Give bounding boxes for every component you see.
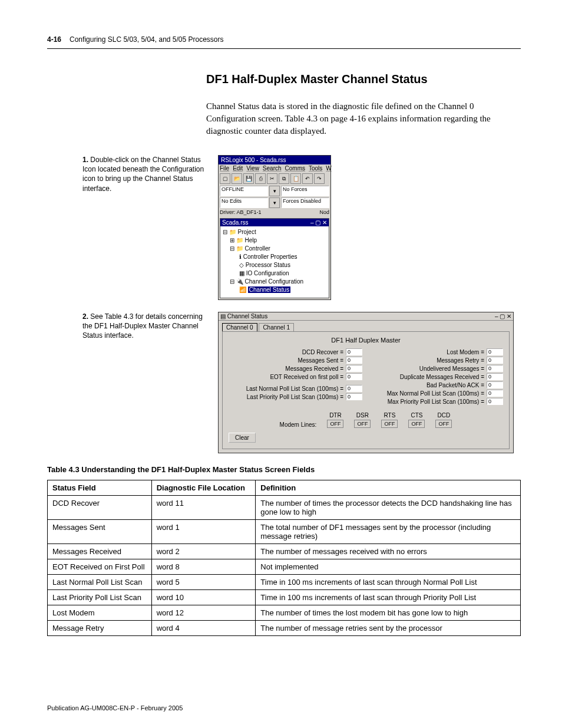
app-screenshot: RSLogix 500 - Scada.rss File Edit View S… — [218, 155, 331, 300]
table-cell: word 8 — [151, 559, 256, 575]
modem-off: OFF — [354, 420, 371, 428]
tree-controller-props[interactable]: Controller Properties — [243, 253, 297, 260]
chapter-title: Configuring SLC 5/03, 5/04, and 5/05 Pro… — [70, 35, 224, 44]
field-value: 0 — [487, 398, 503, 405]
driver-label: Driver: AB_DF1-1 — [220, 209, 318, 215]
table-cell: word 11 — [151, 496, 256, 520]
page-number: 4-16 — [47, 35, 61, 44]
tree-processor-status[interactable]: Processor Status — [246, 262, 290, 268]
status-noforces: No Forces — [281, 186, 329, 196]
table-cell: EOT Received on First Poll — [48, 559, 152, 575]
table-cell: Message Retry — [48, 621, 152, 636]
th-diag-location: Diagnostic File Location — [151, 480, 256, 496]
th-definition: Definition — [256, 480, 521, 496]
callout-1: 1. Double-click on the Channel Status Ic… — [82, 155, 206, 193]
toolbar-open-icon[interactable]: 📂 — [232, 173, 242, 184]
field-value: 0 — [346, 385, 362, 392]
app-titlebar: RSLogix 500 - Scada.rss — [219, 156, 330, 164]
toolbar-save-icon[interactable]: 💾 — [243, 173, 254, 184]
modem-off: OFF — [435, 420, 452, 428]
dropdown-icon[interactable]: ▾ — [269, 197, 280, 208]
table-cell: The number of times the processor detect… — [256, 496, 521, 520]
field-label: Max Priority Poll List Scan (100ms) = — [388, 398, 484, 405]
table-cell: word 1 — [151, 520, 256, 544]
callout-1-num: 1. — [82, 156, 88, 164]
toolbar-print-icon[interactable]: ⎙ — [255, 173, 266, 184]
table-row: Last Priority Poll List Scanword 10Time … — [48, 590, 521, 605]
table-cell: Messages Sent — [48, 520, 152, 544]
field-label: Last Normal Poll List Scan (100ms) = — [246, 386, 343, 392]
modem-off: OFF — [327, 420, 343, 428]
field-label: DCD Recover = — [302, 349, 343, 355]
section-heading: DF1 Half-Duplex Master Channel Status — [206, 73, 521, 86]
field-label: Messages Received = — [285, 365, 343, 372]
status-forcesdisabled: Forces Disabled — [281, 197, 329, 208]
menu-file[interactable]: File — [220, 165, 229, 172]
channel-status-window: ▤ Channel Status – ▢ ✕ Channel 0 Channel… — [218, 312, 514, 453]
table-cell: Last Normal Poll List Scan — [48, 575, 152, 590]
field-label: EOT Received on first poll = — [270, 374, 343, 380]
table-row: Last Normal Poll List Scanword 5Time in … — [48, 575, 521, 590]
table-row: Message Retryword 4The number of message… — [48, 621, 521, 636]
table-cell: Last Priority Poll List Scan — [48, 590, 152, 605]
tree-channel-config[interactable]: Channel Configuration — [245, 278, 304, 285]
window-controls[interactable]: – ▢ ✕ — [495, 313, 511, 319]
table-cell: DCD Recover — [48, 496, 152, 520]
table-caption: Table 4.3 Understanding the DF1 Half-Dup… — [47, 465, 521, 474]
tab-channel0[interactable]: Channel 0 — [222, 323, 257, 331]
callout-1-text: Double-click on the Channel Status Icon … — [82, 156, 204, 193]
modem-col-cts: CTS — [408, 412, 425, 419]
modem-col-dtr: DTR — [327, 412, 343, 419]
toolbar-copy-icon[interactable]: ⧉ — [279, 173, 289, 184]
toolbar-redo-icon[interactable]: ↷ — [314, 173, 325, 184]
table-cell: word 10 — [151, 590, 256, 605]
modem-lines-label: Modem Lines: — [280, 421, 317, 428]
menu-window[interactable]: W — [326, 165, 331, 172]
modem-col-dcd: DCD — [435, 412, 452, 419]
field-label: Last Priority Poll List Scan (100ms) = — [247, 394, 343, 400]
field-value: 0 — [346, 393, 362, 400]
window-controls[interactable]: – ▢ ✕ — [310, 219, 327, 226]
tree-channel-status[interactable]: Channel Status — [248, 286, 290, 293]
intro-paragraph: Channel Status data is stored in the dia… — [206, 100, 521, 137]
tree-controller[interactable]: Controller — [245, 245, 270, 252]
status-offline: OFFLINE — [220, 186, 268, 196]
callout-2-num: 2. — [82, 312, 88, 321]
table-cell: The number of messages received with no … — [256, 544, 521, 559]
tab-channel1[interactable]: Channel 1 — [259, 323, 294, 331]
subwindow-title: Scada.rss — [222, 219, 248, 226]
table-row: EOT Received on First Pollword 8Not impl… — [48, 559, 521, 575]
field-label: Lost Modem = — [447, 349, 484, 355]
field-label: Messages Retry = — [437, 357, 484, 364]
field-value: 0 — [346, 348, 362, 355]
toolbar-paste-icon[interactable]: 📋 — [290, 173, 301, 184]
app-menubar: File Edit View Search Comms Tools W — [219, 164, 330, 172]
tree-help[interactable]: Help — [245, 237, 257, 243]
menu-comms[interactable]: Comms — [285, 165, 305, 172]
tree-io-config[interactable]: IO Configuration — [246, 270, 289, 276]
field-value: 0 — [346, 357, 362, 364]
publication-footer: Publication AG-UM008C-EN-P - February 20… — [47, 704, 183, 711]
callout-2: 2. See Table 4.3 for details concerning … — [82, 312, 206, 341]
field-value: 0 — [487, 357, 503, 364]
toolbar-cut-icon[interactable]: ✂ — [267, 173, 277, 184]
app-toolbar: ▢ 📂 💾 ⎙ ✂ ⧉ 📋 ↶ ↷ — [219, 172, 330, 185]
table-cell: word 5 — [151, 575, 256, 590]
menu-tools[interactable]: Tools — [309, 165, 322, 172]
clear-button[interactable]: Clear — [229, 433, 256, 443]
menu-view[interactable]: View — [246, 165, 259, 172]
field-value: 0 — [487, 373, 503, 380]
dropdown-icon[interactable]: ▾ — [269, 186, 280, 196]
menu-edit[interactable]: Edit — [233, 165, 243, 172]
field-label: Bad Packet/No ACK = — [427, 382, 484, 388]
left-column: DCD Recover =0 Messages Sent =0 Messages… — [229, 348, 362, 406]
tree-project[interactable]: Project — [238, 229, 256, 235]
modem-off: OFF — [381, 420, 398, 428]
menu-search[interactable]: Search — [263, 165, 282, 172]
modem-col-rts: RTS — [381, 412, 398, 419]
toolbar-new-icon[interactable]: ▢ — [220, 173, 230, 184]
table-row: Messages Sentword 1The total number of D… — [48, 520, 521, 544]
chstatus-title: Channel Status — [227, 313, 267, 319]
toolbar-undo-icon[interactable]: ↶ — [302, 173, 313, 184]
field-label: Undelivered Messages = — [419, 365, 484, 372]
